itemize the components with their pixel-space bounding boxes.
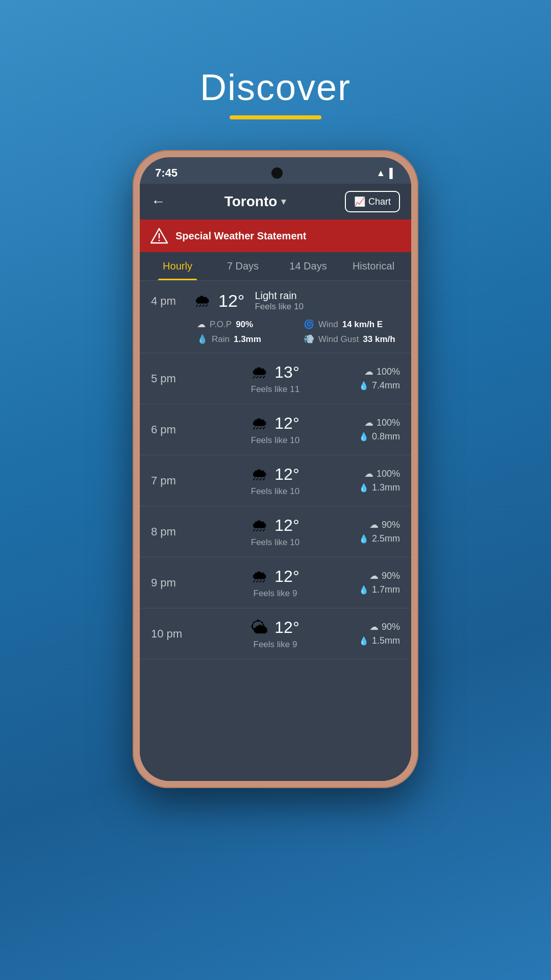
weather-icon: 🌥	[251, 618, 268, 638]
right-block: ☁ 90% 💧 2.5mm	[359, 519, 400, 544]
app-content: ← Toronto ▾ 📈 Chart	[140, 184, 411, 781]
temperature: 12°	[274, 465, 299, 484]
svg-point-2	[159, 240, 160, 241]
cloud-icon: ☁	[197, 319, 206, 330]
condition-name: Light rain	[255, 290, 303, 302]
phone-screen: 7:45 ▲ ▌ ← Toronto ▾ 📈 Chart	[140, 157, 411, 781]
hour-item-9pm[interactable]: 9 pm 🌧 12° Feels like 9 ☁ 90%	[140, 557, 411, 608]
camera-notch	[271, 167, 283, 179]
gust-icon: 💨	[304, 334, 314, 345]
weather-icon: 🌧	[251, 362, 268, 382]
weather-list: 4 pm 🌧 12° Light rain Feels like 10 ☁ P.…	[140, 281, 411, 781]
hour-item-10pm[interactable]: 10 pm 🌥 12° Feels like 9 ☁ 90%	[140, 608, 411, 659]
alert-text: Special Weather Statement	[176, 230, 306, 242]
rain-value: 1.5mm	[372, 635, 400, 646]
chart-button[interactable]: 📈 Chart	[345, 191, 400, 212]
title-underline	[230, 115, 321, 119]
rain-value: 2.5mm	[372, 533, 400, 544]
temperature: 12°	[218, 291, 244, 311]
gust-value: 33 km/h	[363, 334, 395, 345]
weather-icon-rain: 🌧	[194, 291, 211, 311]
hour-label: 7 pm	[151, 474, 192, 487]
discover-section: Discover	[200, 66, 351, 119]
center-block: 🌧 12° Feels like 10	[192, 413, 359, 446]
page-title: Discover	[200, 66, 351, 108]
tab-14days[interactable]: 14 Days	[276, 252, 341, 280]
hour-label: 6 pm	[151, 423, 192, 436]
rain-value: 1.7mm	[372, 584, 400, 595]
phone-frame: 7:45 ▲ ▌ ← Toronto ▾ 📈 Chart	[133, 150, 418, 788]
alert-banner[interactable]: Special Weather Statement	[140, 219, 411, 252]
tab-historical[interactable]: Historical	[341, 252, 406, 280]
temperature: 13°	[274, 363, 299, 382]
back-button[interactable]: ←	[151, 193, 165, 210]
rain-icon: 💧	[197, 334, 208, 345]
pop-value: 100%	[377, 366, 400, 377]
tabs: Hourly 7 Days 14 Days Historical	[140, 252, 411, 281]
app-header: ← Toronto ▾ 📈 Chart	[140, 184, 411, 219]
hour-label: 9 pm	[151, 576, 192, 590]
rain-value: 1.3mm	[234, 334, 261, 345]
wind-value: 14 km/h E	[342, 320, 383, 330]
temperature: 12°	[274, 516, 299, 535]
feels-like: Feels like 10	[251, 435, 299, 446]
pop-value: 100%	[377, 469, 400, 479]
cloud-icon: ☁	[369, 570, 379, 581]
pop-value: 90%	[382, 622, 400, 632]
rain-icon: 💧	[359, 636, 369, 646]
hour-item-7pm[interactable]: 7 pm 🌧 12° Feels like 10 ☁ 100%	[140, 455, 411, 506]
center-block: 🌥 12° Feels like 9	[192, 618, 359, 650]
hour-item-8pm[interactable]: 8 pm 🌧 12° Feels like 10 ☁ 90%	[140, 506, 411, 557]
feels-like: Feels like 10	[251, 486, 299, 497]
center-block: 🌧 12° Feels like 10	[192, 464, 359, 497]
rain-icon: 💧	[359, 381, 369, 390]
cloud-icon: ☁	[364, 366, 373, 377]
feels-like: Feels like 10	[255, 302, 303, 312]
tab-7days[interactable]: 7 Days	[210, 252, 276, 280]
center-block: 🌧 12° Feels like 9	[192, 567, 359, 599]
wifi-icon: ▲	[376, 168, 385, 179]
status-icons: ▲ ▌	[376, 168, 396, 179]
chart-icon: 📈	[354, 196, 365, 207]
wind-icon: 🌀	[304, 319, 314, 330]
hour-label: 8 pm	[151, 525, 192, 538]
cloud-icon: ☁	[364, 417, 373, 428]
right-block: ☁ 100% 💧 0.8mm	[359, 417, 400, 442]
pop-value: 90%	[382, 571, 400, 581]
wind-detail: 🌀 Wind 14 km/h E	[304, 319, 400, 330]
battery-icon: ▌	[389, 168, 396, 179]
hour-label: 10 pm	[151, 627, 192, 641]
hour-label: 5 pm	[151, 372, 192, 385]
rain-icon: 💧	[359, 432, 369, 442]
cloud-icon: ☁	[364, 468, 373, 479]
feels-like: Feels like 9	[254, 640, 297, 650]
tab-hourly[interactable]: Hourly	[145, 252, 210, 280]
chevron-down-icon: ▾	[281, 196, 286, 207]
center-block: 🌧 12° Feels like 10	[192, 516, 359, 548]
hour-item-5pm[interactable]: 5 pm 🌧 13° Feels like 11 ☁ 100%	[140, 353, 411, 404]
rain-icon: 💧	[359, 585, 369, 595]
wind-gust-detail: 💨 Wind Gust 33 km/h	[304, 334, 400, 345]
city-selector[interactable]: Toronto ▾	[224, 193, 286, 210]
rain-icon: 💧	[359, 483, 369, 493]
status-bar: 7:45 ▲ ▌	[140, 157, 411, 184]
rain-value: 7.4mm	[372, 380, 400, 391]
status-time: 7:45	[155, 166, 178, 180]
weather-icon: 🌧	[251, 413, 268, 433]
pop-detail: ☁ P.O.P 90%	[197, 319, 293, 330]
temperature: 12°	[274, 618, 299, 637]
cloud-icon: ☁	[369, 621, 379, 632]
rain-detail: 💧 Rain 1.3mm	[197, 334, 293, 345]
details-grid: ☁ P.O.P 90% 🌀 Wind 14 km/h E 💧 Rain	[151, 319, 400, 345]
right-block: ☁ 100% 💧 1.3mm	[359, 468, 400, 493]
hour-item-6pm[interactable]: 6 pm 🌧 12° Feels like 10 ☁ 100%	[140, 404, 411, 455]
right-block: ☁ 100% 💧 7.4mm	[359, 366, 400, 391]
right-block: ☁ 90% 💧 1.5mm	[359, 621, 400, 646]
feels-like: Feels like 11	[251, 384, 299, 395]
feels-like: Feels like 10	[251, 537, 299, 548]
right-block: ☁ 90% 💧 1.7mm	[359, 570, 400, 595]
temperature: 12°	[274, 414, 299, 433]
hour-item-4pm[interactable]: 4 pm 🌧 12° Light rain Feels like 10 ☁ P.…	[140, 281, 411, 353]
rain-icon: 💧	[359, 534, 369, 544]
chart-label: Chart	[368, 197, 391, 207]
